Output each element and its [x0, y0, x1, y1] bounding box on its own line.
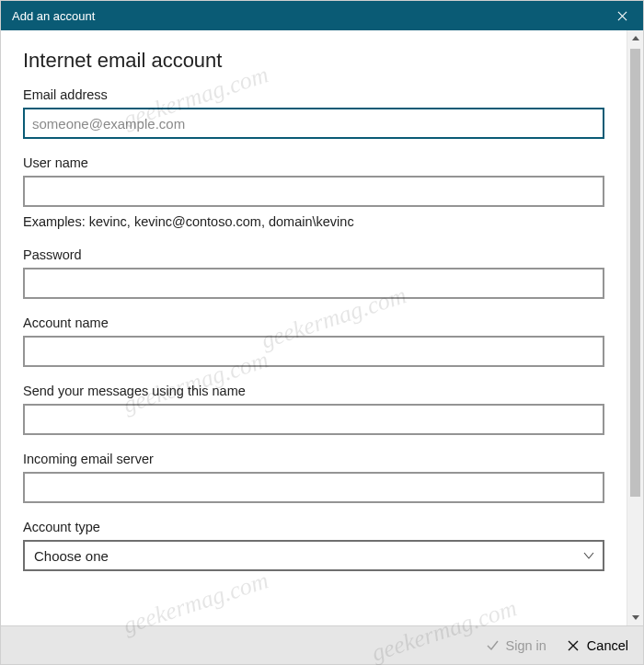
label-sendname: Send your messages using this name	[23, 384, 604, 398]
accountname-input[interactable]	[23, 336, 604, 367]
cancel-label: Cancel	[587, 638, 628, 653]
signin-button: Sign in	[486, 638, 546, 653]
accounttype-select[interactable]: Choose one	[23, 540, 604, 571]
sendname-input[interactable]	[23, 404, 604, 435]
incoming-input[interactable]	[23, 472, 604, 503]
chevron-up-icon	[631, 34, 640, 43]
close-icon	[617, 11, 627, 21]
form-content: Internet email account Email address Use…	[1, 30, 627, 625]
label-incoming: Incoming email server	[23, 452, 604, 466]
field-accountname: Account name	[23, 315, 604, 367]
scroll-up-button[interactable]	[627, 30, 643, 47]
dialog-window: Add an account Internet email account Em…	[0, 0, 644, 665]
field-incoming: Incoming email server	[23, 452, 604, 503]
accounttype-selected: Choose one	[34, 548, 109, 564]
chevron-down-icon	[631, 613, 640, 622]
close-icon	[567, 639, 580, 652]
field-password: Password	[23, 247, 604, 299]
field-sendname: Send your messages using this name	[23, 384, 604, 435]
username-help: Examples: kevinc, kevinc@contoso.com, do…	[23, 214, 604, 229]
cancel-button[interactable]: Cancel	[567, 638, 628, 653]
signin-label: Sign in	[506, 638, 546, 653]
body-area: Internet email account Email address Use…	[1, 30, 643, 625]
titlebar-title: Add an account	[12, 9, 95, 23]
chevron-down-icon	[582, 549, 595, 562]
page-title: Internet email account	[23, 49, 604, 73]
check-icon	[486, 639, 499, 652]
titlebar: Add an account	[1, 1, 643, 30]
dialog-footer: Sign in Cancel	[1, 625, 643, 664]
vertical-scrollbar[interactable]	[627, 30, 643, 625]
label-accounttype: Account type	[23, 520, 604, 534]
label-password: Password	[23, 247, 604, 262]
email-input[interactable]	[23, 108, 604, 139]
label-email: Email address	[23, 87, 604, 102]
field-username: User name	[23, 155, 604, 207]
username-input[interactable]	[23, 176, 604, 207]
password-input[interactable]	[23, 268, 604, 299]
label-username: User name	[23, 155, 604, 170]
field-accounttype: Account type Choose one	[23, 520, 604, 571]
scroll-down-button[interactable]	[627, 609, 643, 625]
label-accountname: Account name	[23, 315, 604, 330]
close-button[interactable]	[601, 1, 643, 30]
scroll-thumb[interactable]	[630, 49, 640, 497]
field-email: Email address	[23, 87, 604, 139]
